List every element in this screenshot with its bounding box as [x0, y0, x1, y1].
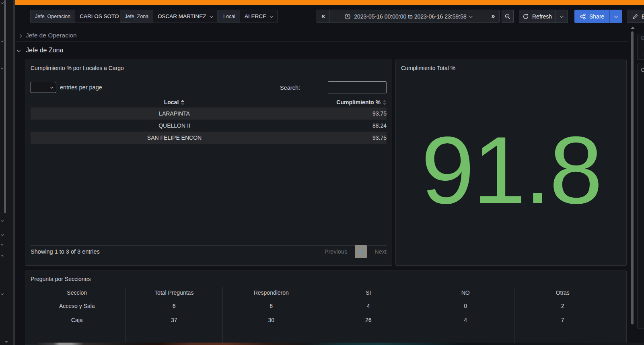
row-title-operacion[interactable]: Jefe de Operacion	[26, 32, 77, 39]
row-collapse-chevron-icon[interactable]	[18, 34, 22, 38]
chevron-down-icon	[469, 14, 473, 18]
cell: 30	[222, 313, 320, 327]
rail-chevron-down-icon[interactable]	[1, 219, 4, 222]
row-expand-chevron-icon[interactable]	[17, 48, 21, 52]
rail-chevron-up-icon[interactable]	[1, 68, 4, 70]
right-edge-fragment	[637, 63, 644, 328]
time-range-button[interactable]: 2023-05-16 00:00:00 to 2023-06-16 23:59:…	[329, 10, 487, 23]
chevron-down-icon	[614, 14, 618, 18]
cell: 4	[320, 299, 417, 313]
cell: Acceso y Sala	[29, 299, 126, 313]
cell: 6	[126, 299, 223, 313]
cell: 37	[126, 313, 223, 327]
rail-chevron-down-icon[interactable]	[1, 233, 4, 236]
page-number-button[interactable]: 1	[355, 245, 367, 258]
rail-bottom-arrow-icon[interactable]	[4, 341, 8, 343]
share-button-group: Share	[574, 10, 622, 23]
edit-label: Edit	[642, 13, 644, 20]
column-header: Otras	[514, 287, 611, 299]
table-row[interactable]: QUELLON II 88.24	[31, 120, 387, 132]
showing-entries-text: Showing 1 to 3 of 3 entries	[31, 248, 100, 255]
variable-value-text: CARLOS SOTO	[80, 13, 119, 19]
stat-value-container: 91.8	[396, 75, 626, 265]
variable-value-dropdown[interactable]: OSCAR MARTINEZ	[153, 10, 217, 23]
cell-local: LARAPINTA	[31, 110, 318, 117]
cell: 26	[320, 313, 417, 327]
cell-local: QUELLON II	[31, 122, 318, 129]
cut-off-glyph: ·	[642, 51, 644, 57]
refresh-button[interactable]: Refresh	[519, 10, 555, 23]
table-row[interactable]: LARAPINTA 93.75	[31, 107, 387, 120]
cell-cumplimiento: 93.75	[318, 134, 387, 141]
next-page-button[interactable]: Next	[374, 248, 387, 255]
column-header: NO	[417, 287, 514, 299]
search-input[interactable]	[328, 81, 387, 93]
table-row[interactable]: SAN FELIPE ENCON 93.75	[31, 132, 387, 144]
left-scrollbar-thumb[interactable]	[4, 0, 6, 213]
variable-local[interactable]: Local ALERCE	[218, 10, 278, 23]
refresh-button-group: Refresh	[519, 10, 568, 23]
variable-value-text: OSCAR MARTINEZ	[158, 13, 206, 19]
variable-value-dropdown[interactable]: ALERCE	[240, 10, 277, 23]
table-row: Caja 37 30 26 4 7	[29, 313, 611, 327]
rail-chevron-up-icon[interactable]	[1, 255, 4, 258]
variable-label: Local	[219, 10, 240, 23]
variable-jefe-zona[interactable]: Jefe_Zona OSCAR MARTINEZ	[120, 10, 218, 23]
cell: 7	[514, 313, 611, 327]
cell-cumplimiento: 93.75	[318, 110, 387, 117]
variable-jefe-operacion[interactable]: Jefe_Operacion CARLOS SOTO	[30, 10, 130, 23]
time-shift-forward-button[interactable]: »	[487, 10, 499, 23]
rail-chevron-down-icon[interactable]	[1, 292, 4, 295]
row-title-zona[interactable]: Jefe de Zona	[26, 47, 63, 54]
zoom-out-time-button[interactable]	[502, 10, 514, 23]
table-header-row: Local Cumplimiento %	[31, 97, 387, 107]
column-header: SI	[320, 287, 417, 299]
main-scrollbar-thumb[interactable]	[631, 31, 634, 324]
cell: 2	[514, 299, 611, 313]
panel-title: Cumplimiento Total %	[401, 65, 455, 71]
rail-divider	[13, 0, 15, 345]
pencil-icon	[632, 13, 638, 20]
column-header: Respondieron	[222, 287, 320, 299]
grafana-dashboard: Jefe_Operacion CARLOS SOTO Jefe_Zona OSC…	[0, 0, 644, 345]
rail-chevron-down-icon[interactable]	[1, 39, 4, 42]
rail-chevron-down-icon[interactable]	[1, 243, 4, 246]
clock-icon	[344, 13, 351, 20]
panel-locales: Cumplimiento % por Locales a Cargo entri…	[25, 60, 392, 266]
share-dropdown-button[interactable]	[609, 10, 622, 23]
left-side-rail	[0, 0, 15, 345]
search-label: Search:	[280, 85, 300, 91]
cell-local: SAN FELIPE ENCON	[31, 134, 318, 141]
refresh-label: Refresh	[532, 13, 552, 20]
scrollbar-up-arrow-icon[interactable]	[631, 27, 635, 29]
refresh-icon	[523, 13, 529, 20]
time-picker-group: « 2023-05-16 00:00:00 to 2023-06-16 23:5…	[317, 10, 500, 23]
table-header-row: Seccion Total Preguntas Respondieron SI …	[29, 287, 611, 299]
magnifier-minus-icon	[504, 13, 511, 20]
pagination: Previous 1 Next	[325, 245, 387, 258]
stat-value: 91.8	[421, 133, 601, 208]
panel-title: Pregunta por Secciones	[31, 276, 91, 282]
previous-page-button[interactable]: Previous	[325, 248, 347, 255]
variable-label: Jefe_Operacion	[31, 10, 75, 23]
rail-chevron-down-icon[interactable]	[1, 1, 4, 4]
variable-value-text: ALERCE	[245, 13, 266, 19]
chevron-down-icon	[269, 14, 273, 18]
refresh-interval-dropdown[interactable]	[555, 10, 568, 23]
share-button[interactable]: Share	[574, 10, 609, 23]
entries-per-page-select[interactable]	[31, 82, 56, 93]
edit-button[interactable]: Edit	[627, 10, 644, 23]
time-range-text: 2023-05-16 00:00:00 to 2023-06-16 23:59:…	[354, 13, 466, 20]
sort-asc-icon	[181, 100, 185, 105]
double-chevron-left-icon: «	[321, 13, 325, 20]
column-header-local[interactable]: Local	[31, 99, 318, 105]
time-shift-back-button[interactable]: «	[317, 10, 329, 23]
cell: 6	[222, 299, 320, 313]
chevron-down-icon	[50, 85, 53, 88]
column-header-cumplimiento[interactable]: Cumplimiento %	[318, 99, 387, 105]
share-label: Share	[589, 13, 604, 20]
chevron-down-icon	[209, 14, 213, 18]
cell-cumplimiento: 88.24	[318, 122, 387, 129]
panel-total: Cumplimiento Total % 91.8	[395, 60, 627, 266]
panel-title: Cumplimiento % por Locales a Cargo	[31, 65, 124, 71]
